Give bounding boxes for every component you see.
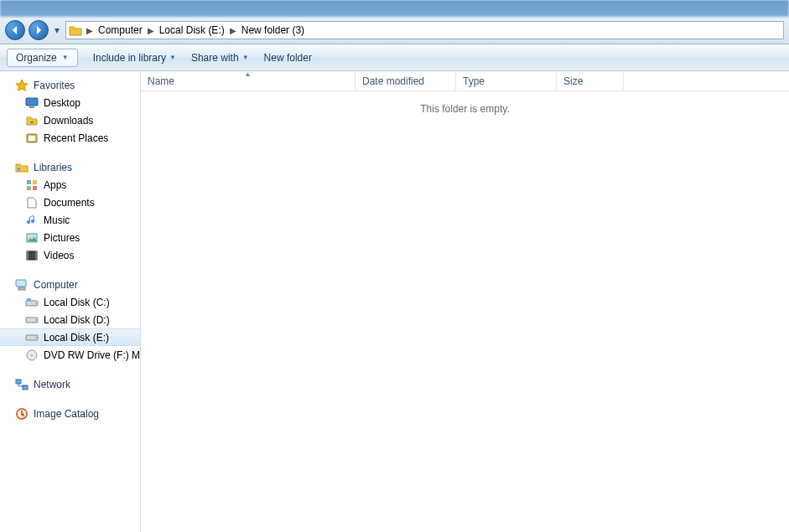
sidebar-item-dvd-rw-drive[interactable]: DVD RW Drive (F:) M xyxy=(0,346,140,364)
svg-rect-4 xyxy=(18,168,20,171)
column-name[interactable]: Name ▲ xyxy=(141,71,356,90)
svg-rect-6 xyxy=(33,180,37,184)
item-label: Desktop xyxy=(44,97,80,109)
sidebar-item-local-disk-d[interactable]: Local Disk (D:) xyxy=(0,311,140,328)
empty-folder-message: This folder is empty. xyxy=(141,91,789,115)
folder-icon xyxy=(68,23,83,37)
network-label: Network xyxy=(34,379,70,390)
item-label: Local Disk (E:) xyxy=(44,332,109,343)
share-with-button[interactable]: Share with ▼ xyxy=(191,52,249,64)
optical-drive-icon xyxy=(25,349,39,362)
drive-icon xyxy=(25,313,39,327)
svg-point-20 xyxy=(35,319,37,321)
desktop-icon xyxy=(25,96,39,110)
sidebar-item-documents[interactable]: Documents xyxy=(0,194,140,211)
libraries-label: Libraries xyxy=(34,162,72,173)
column-size[interactable]: Size xyxy=(557,71,624,90)
include-in-library-button[interactable]: Include in library ▼ xyxy=(93,52,176,64)
column-headers: Name ▲ Date modified Type Size xyxy=(141,71,789,91)
sidebar-item-apps[interactable]: Apps xyxy=(0,176,140,194)
sidebar-item-recent-places[interactable]: Recent Places xyxy=(0,129,140,147)
address-bar: ▾ ▶ Computer ▶ Local Disk (E:) ▶ New fol… xyxy=(0,17,789,44)
item-label: Apps xyxy=(44,179,66,191)
new-folder-label: New folder xyxy=(264,52,312,64)
libraries-head[interactable]: Libraries xyxy=(0,158,140,176)
item-label: Documents xyxy=(44,197,95,209)
computer-label: Computer xyxy=(34,279,78,291)
sidebar-item-videos[interactable]: Videos xyxy=(0,246,140,264)
pictures-icon xyxy=(25,231,39,245)
image-catalog-label: Image Catalog xyxy=(34,408,99,420)
chevron-right-icon[interactable]: ▶ xyxy=(85,26,95,35)
sidebar-item-pictures[interactable]: Pictures xyxy=(0,229,140,246)
item-label: DVD RW Drive (F:) M xyxy=(44,349,140,361)
browser-tab-strip xyxy=(0,0,789,17)
network-head[interactable]: Network xyxy=(0,375,140,393)
column-type[interactable]: Type xyxy=(456,71,557,90)
breadcrumb-new-folder-3[interactable]: New folder (3) xyxy=(238,24,308,36)
computer-group: Computer Local Disk (C:) Local Disk (D:)… xyxy=(0,276,140,364)
include-label: Include in library xyxy=(93,52,166,64)
navigation-pane: Favorites Desktop Downloads Recent Place… xyxy=(0,71,141,532)
favorites-label: Favorites xyxy=(34,80,75,91)
computer-icon xyxy=(15,278,29,292)
network-group: Network xyxy=(0,375,140,393)
chevron-right-icon[interactable]: ▶ xyxy=(228,26,238,35)
apps-icon xyxy=(25,178,39,192)
column-label: Size xyxy=(563,75,583,87)
chevron-down-icon: ▼ xyxy=(242,54,249,61)
svg-rect-3 xyxy=(29,136,35,141)
chevron-down-icon: ▼ xyxy=(169,54,176,61)
sidebar-item-downloads[interactable]: Downloads xyxy=(0,111,140,129)
favorites-head[interactable]: Favorites xyxy=(0,76,140,94)
breadcrumb-local-disk-e[interactable]: Local Disk (E:) xyxy=(156,24,228,36)
downloads-icon xyxy=(25,114,39,127)
item-label: Pictures xyxy=(44,232,80,244)
videos-icon xyxy=(25,249,39,262)
sidebar-item-music[interactable]: Music xyxy=(0,211,140,229)
organize-button[interactable]: Organize ▼ xyxy=(7,49,78,67)
svg-rect-5 xyxy=(27,180,31,184)
back-button[interactable] xyxy=(5,20,25,40)
history-dropdown[interactable]: ▾ xyxy=(52,23,62,38)
toolbar: Organize ▼ Include in library ▼ Share wi… xyxy=(0,44,789,71)
chevron-right-icon[interactable]: ▶ xyxy=(146,26,156,35)
image-catalog-group: Image Catalog xyxy=(0,405,140,422)
svg-rect-13 xyxy=(35,251,37,260)
svg-rect-12 xyxy=(27,251,29,260)
network-icon xyxy=(15,378,29,391)
computer-head[interactable]: Computer xyxy=(0,276,140,293)
recent-places-icon xyxy=(25,132,39,145)
new-folder-button[interactable]: New folder xyxy=(264,52,312,64)
star-icon xyxy=(15,79,29,92)
organize-label: Organize xyxy=(16,52,57,64)
share-label: Share with xyxy=(191,52,239,64)
sidebar-item-desktop[interactable]: Desktop xyxy=(0,94,140,111)
svg-rect-15 xyxy=(18,287,25,290)
svg-rect-25 xyxy=(16,380,21,384)
drive-icon xyxy=(25,296,39,309)
svg-rect-1 xyxy=(29,106,34,108)
item-label: Music xyxy=(44,214,70,226)
column-label: Name xyxy=(148,75,174,87)
breadcrumb-computer[interactable]: Computer xyxy=(95,24,146,36)
sidebar-item-local-disk-e[interactable]: Local Disk (E:) xyxy=(0,328,140,346)
item-label: Local Disk (D:) xyxy=(44,314,110,326)
documents-icon xyxy=(25,196,39,209)
libraries-icon xyxy=(15,161,29,174)
libraries-group: Libraries Apps Documents Music Pictures … xyxy=(0,158,140,264)
sidebar-item-local-disk-c[interactable]: Local Disk (C:) xyxy=(0,293,140,311)
image-catalog-head[interactable]: Image Catalog xyxy=(0,405,140,422)
column-label: Type xyxy=(463,75,485,87)
forward-button[interactable] xyxy=(29,20,49,40)
svg-point-24 xyxy=(31,354,34,356)
svg-point-22 xyxy=(35,337,37,338)
content-pane: Name ▲ Date modified Type Size This fold… xyxy=(141,71,789,532)
column-label: Date modified xyxy=(362,75,424,87)
column-date-modified[interactable]: Date modified xyxy=(356,71,456,90)
breadcrumb-bar[interactable]: ▶ Computer ▶ Local Disk (E:) ▶ New folde… xyxy=(65,21,784,39)
svg-point-10 xyxy=(29,235,32,237)
sort-ascending-icon: ▲ xyxy=(245,70,252,78)
svg-point-18 xyxy=(35,302,37,304)
svg-rect-14 xyxy=(16,280,26,287)
